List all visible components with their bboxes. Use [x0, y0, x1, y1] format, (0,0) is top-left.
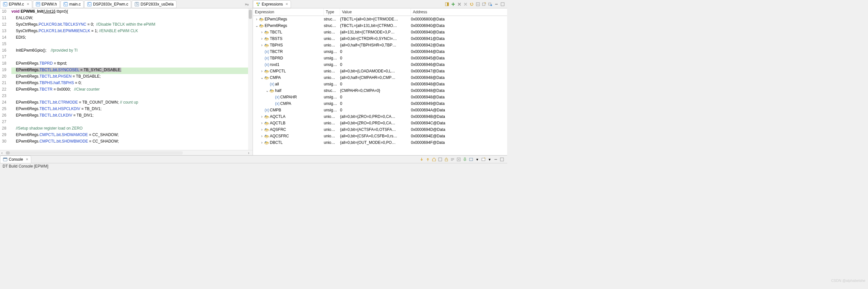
- expression-row[interactable]: ⌄ EPwm6Regs struc… {TBCTL={all=131,bit={…: [253, 23, 507, 29]
- code-line[interactable]: EPwm6Regs.TBCTL.bit.CTRMODE = TB_COUNT_D…: [11, 100, 248, 107]
- expression-row[interactable]: (x)= TBCTR unsig… 0 0x00006944@Data: [253, 48, 507, 55]
- arrow-up-icon[interactable]: [425, 157, 430, 162]
- twisty-icon[interactable]: ›: [260, 135, 264, 138]
- expression-row[interactable]: › TBPHS unio… {all=0,half={TBPHSHR=0,TBP…: [253, 42, 507, 48]
- close-icon[interactable]: ✕: [27, 2, 29, 6]
- code-editor[interactable]: void EPWM6_Init(Uint16 tbprd){ EALLOW; S…: [9, 8, 248, 150]
- expressions-tab[interactable]: Expressions ✕: [253, 0, 291, 8]
- pin-console-icon[interactable]: [462, 157, 467, 162]
- expression-row[interactable]: › TBSTS unio… {all=0,bit={CTRDIR=0,SYNCI…: [253, 35, 507, 42]
- code-line[interactable]: EPwm6Regs.TBCTL.bit.CLKDIV = TB_DIV1;: [11, 113, 248, 119]
- twisty-icon[interactable]: [265, 82, 269, 86]
- console-tab[interactable]: Console ✕: [0, 155, 31, 163]
- code-line[interactable]: EPwm6Regs.TBPRD = tbprd;: [11, 61, 248, 68]
- editor-tab[interactable]: CEPWM.c✕: [0, 0, 32, 8]
- expression-row[interactable]: (x)= rsvd1 unsig… 0 0x00006946@Data: [253, 61, 507, 68]
- expression-row[interactable]: › AQCTLA unio… {all=0,bit={ZRO=0,PRD=0,C…: [253, 113, 507, 120]
- code-line[interactable]: [11, 42, 248, 48]
- new-view-icon[interactable]: [482, 2, 487, 7]
- dropdown-icon[interactable]: ▾: [487, 157, 492, 162]
- arrow-down-icon[interactable]: [419, 157, 424, 162]
- expression-row[interactable]: › DBCTL unio… {all=0,bit={OUT_MODE=0,PO……: [253, 139, 507, 146]
- refresh-icon[interactable]: [469, 2, 474, 7]
- twisty-icon[interactable]: ›: [260, 37, 264, 41]
- display-selected-icon[interactable]: [438, 157, 443, 162]
- twisty-icon[interactable]: ›: [260, 128, 264, 132]
- twisty-icon[interactable]: ⌄: [260, 76, 264, 79]
- expression-row[interactable]: ⌄ CMPA unio… {all=0,half={CMPAHR=0,CMP… …: [253, 74, 507, 81]
- code-line[interactable]: [11, 119, 248, 126]
- twisty-icon[interactable]: [260, 50, 264, 53]
- twisty-icon[interactable]: [260, 57, 264, 60]
- close-icon[interactable]: ✕: [285, 2, 288, 6]
- twisty-icon[interactable]: [260, 108, 264, 112]
- twisty-icon[interactable]: ›: [260, 31, 264, 34]
- code-line[interactable]: SysCtrlRegs.PCLKCR1.bit.EPWM6ENCLK = 1; …: [11, 29, 248, 35]
- expression-row[interactable]: (x)= CMPA unsig… 0 0x00006949@Data: [253, 100, 507, 107]
- code-line[interactable]: EPwm6Regs.CMPCTL.bit.SHDWBMODE = CC_SHAD…: [11, 139, 248, 145]
- code-line[interactable]: SysCtrlRegs.PCLKCR0.bit.TBCLKSYNC = 0; /…: [11, 22, 248, 29]
- column-value[interactable]: Value: [340, 8, 411, 15]
- expression-row[interactable]: › AQCSFRC unio… {all=0,bit={CSFA=0,CSFB=…: [253, 133, 507, 139]
- twisty-icon[interactable]: ›: [255, 17, 258, 21]
- editor-tab[interactable]: CDSP2833x_EPwm.c: [84, 0, 131, 8]
- expression-row[interactable]: (x)= CMPB unsig… 0 0x0000694A@Data: [253, 107, 507, 113]
- pin-icon[interactable]: [488, 2, 493, 7]
- expression-row[interactable]: ⌄ half struc… {CMPAHR=0,CMPA=0} 0x000069…: [253, 87, 507, 94]
- column-type[interactable]: Type: [324, 8, 340, 15]
- home-icon[interactable]: [431, 157, 437, 162]
- twisty-icon[interactable]: ⌄: [255, 24, 258, 28]
- twisty-icon[interactable]: [271, 102, 274, 106]
- layout-icon[interactable]: [444, 2, 450, 7]
- expression-row[interactable]: (x)= all unsig… 0 0x00006948@Data: [253, 81, 507, 87]
- editor-tab[interactable]: Cmain.c: [60, 0, 84, 8]
- twisty-icon[interactable]: ›: [260, 121, 264, 125]
- more-tabs-icon[interactable]: »₉: [243, 2, 251, 6]
- minimize-icon[interactable]: [494, 2, 499, 7]
- minimize-icon[interactable]: [493, 157, 498, 162]
- expression-row[interactable]: › AQCTLB unio… {all=0,bit={ZRO=0,PRD=0,C…: [253, 120, 507, 126]
- expression-row[interactable]: › CMPCTL unio… {all=0,bit={LOADAMODE=0,L…: [253, 68, 507, 74]
- code-line[interactable]: EALLOW;: [11, 15, 248, 22]
- lock-icon[interactable]: [444, 157, 449, 162]
- horizontal-scrollbar[interactable]: ‹ ›: [0, 150, 253, 155]
- code-line[interactable]: EPwm6Regs.TBCTL.bit.PHSEN = TB_DISABLE;: [11, 74, 248, 80]
- twisty-icon[interactable]: [271, 96, 274, 99]
- code-line[interactable]: EDIS;: [11, 35, 248, 42]
- open-console-icon[interactable]: [481, 157, 486, 162]
- editor-tab[interactable]: SDSP2833x_usDela: [132, 0, 176, 8]
- maximize-icon[interactable]: [499, 157, 504, 162]
- code-line[interactable]: InitEPwm6Gpio(); //provided by TI: [11, 48, 248, 55]
- remove-all-icon[interactable]: [463, 2, 468, 7]
- vertical-scrollbar-thumb[interactable]: [249, 10, 252, 19]
- expression-row[interactable]: › EPwm1Regs struc… {TBCTL={all=0,bit={CT…: [253, 16, 507, 23]
- twisty-icon[interactable]: ›: [260, 70, 264, 73]
- horizontal-scrollbar-thumb[interactable]: [6, 151, 10, 154]
- expressions-tree[interactable]: › EPwm1Regs struc… {TBCTL={all=0,bit={CT…: [253, 16, 507, 155]
- dropdown-icon[interactable]: ▾: [475, 157, 480, 162]
- collapse-all-icon[interactable]: [475, 2, 480, 7]
- clear-icon[interactable]: [456, 157, 461, 162]
- twisty-icon[interactable]: ›: [260, 43, 264, 47]
- code-line[interactable]: //Setup shadow register load on ZERO: [11, 126, 248, 133]
- close-icon[interactable]: ✕: [26, 157, 28, 161]
- expression-row[interactable]: (x)= TBPRD unsig… 0 0x00006945@Data: [253, 55, 507, 61]
- scroll-right-icon[interactable]: ›: [247, 151, 251, 155]
- code-line[interactable]: void EPWM6_Init(Uint16 tbprd){: [11, 9, 248, 15]
- expression-row[interactable]: (x)= CMPAHR unsig… 0 0x00006948@Data: [253, 94, 507, 100]
- code-line[interactable]: EPwm6Regs.TBCTL.bit.SYNCOSEL = TB_SYNC_D…: [11, 68, 248, 74]
- column-expression[interactable]: Expression: [253, 8, 324, 15]
- console-view-icon[interactable]: [468, 157, 474, 162]
- code-line[interactable]: EPwm6Regs.CMPCTL.bit.SHDWAMODE = CC_SHAD…: [11, 133, 248, 139]
- wrap-icon[interactable]: [450, 157, 455, 162]
- editor-tab[interactable]: HEPWM.h: [33, 0, 60, 8]
- twisty-icon[interactable]: ›: [260, 141, 264, 145]
- twisty-icon[interactable]: [260, 63, 264, 67]
- code-line[interactable]: EPwm6Regs.TBCTL.bit.HSPCLKDIV = TB_DIV1;: [11, 107, 248, 113]
- scroll-left-icon[interactable]: ‹: [0, 151, 4, 155]
- column-address[interactable]: Address: [411, 8, 507, 15]
- code-line[interactable]: [11, 94, 248, 100]
- code-line[interactable]: [11, 55, 248, 61]
- code-line[interactable]: EPwm6Regs.TBCTR = 0x0000; //Clear counte…: [11, 87, 248, 94]
- remove-icon[interactable]: [457, 2, 462, 7]
